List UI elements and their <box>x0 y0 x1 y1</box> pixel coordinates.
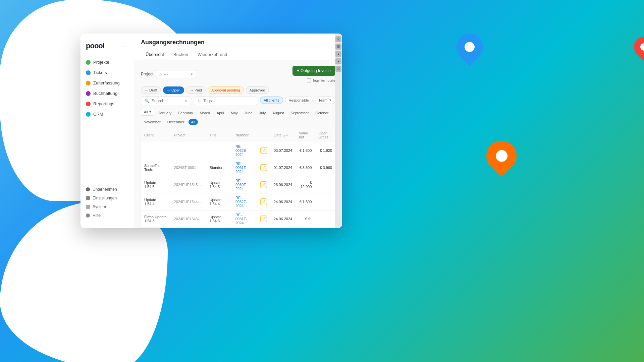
sidebar-label-projekte: Projekte <box>93 60 109 65</box>
sidebar-item-unternehmen[interactable]: Unternehmen <box>80 185 134 194</box>
right-tool-4[interactable]: ■ <box>335 58 341 64</box>
col-project: Project <box>171 128 206 142</box>
col-number: Number <box>232 128 257 142</box>
table-row[interactable]: Firma Update 1.54.3 2024FUP1543-... Upda… <box>141 210 335 228</box>
cell-open-gross <box>315 210 335 228</box>
cell-client <box>141 142 171 159</box>
tabs-bar: Übersicht Buchen Wiederkehrend <box>141 49 335 60</box>
system-icon <box>86 205 90 209</box>
toolbar-row: Project ⚠ --- ▼ + Outgoing Invoice from … <box>141 66 335 82</box>
project-select[interactable]: ⚠ --- ▼ <box>156 70 196 78</box>
search-filter-row: 🔍 ✕ 🏷 All clients Responsible Team ▼ <box>141 97 335 105</box>
sidebar-item-hilfe[interactable]: Hilfe <box>80 211 134 220</box>
einstellungen-icon <box>86 196 90 200</box>
month-btn-may[interactable]: May <box>228 110 240 116</box>
month-btn-sep[interactable]: September <box>288 110 311 116</box>
all-select[interactable]: All ▾ <box>141 108 154 116</box>
team-select[interactable]: Team ▼ <box>315 97 335 104</box>
cell-open-gross: € 3,960 <box>315 159 335 176</box>
month-btn-feb[interactable]: February <box>175 110 196 116</box>
project-select-value: --- <box>164 72 168 76</box>
tab-uebersicht[interactable]: Übersicht <box>141 49 169 60</box>
sidebar-item-reportings[interactable]: Reportings <box>80 99 134 109</box>
app-window: poool ← Projekte Tickets Zeiterfassung B… <box>80 34 342 228</box>
all-select-chevron: ▾ <box>149 110 151 114</box>
table-row[interactable]: RE-0062E-2024 📄 03.07.2024 € 1,600 € 1,9… <box>141 142 335 159</box>
month-btn-jul[interactable]: July <box>257 110 269 116</box>
month-btn-dec[interactable]: December <box>165 119 187 125</box>
from-template-checkbox[interactable] <box>307 78 311 82</box>
status-btn-approved[interactable]: Approved <box>246 86 269 94</box>
month-btn-oct[interactable]: October <box>313 110 331 116</box>
tab-buchen[interactable]: Buchen <box>169 49 193 60</box>
status-btn-draft[interactable]: → Draft <box>141 86 161 94</box>
project-filter-label: Project <box>141 72 153 76</box>
status-indicator: 📄 <box>260 147 267 154</box>
cell-title: Update 1.54.5 <box>206 176 232 193</box>
status-indicator: 📄 <box>260 164 267 171</box>
right-tool-3[interactable]: ▲ <box>335 51 341 57</box>
cell-value-net: € 3,300 <box>296 159 315 176</box>
search-icon: 🔍 <box>145 99 150 103</box>
status-btn-open[interactable]: → Open <box>163 86 184 94</box>
sidebar-item-tickets[interactable]: Tickets <box>80 67 134 78</box>
search-input[interactable] <box>152 99 182 103</box>
sidebar-item-zeiterfassung[interactable]: Zeiterfassung <box>80 78 134 88</box>
status-filters: → Draft → Open → Paid Approval pending A… <box>141 86 335 94</box>
date-sort-icon[interactable]: ▲▼ <box>282 134 288 137</box>
status-indicator: 📄 <box>260 181 267 188</box>
sidebar-label-buch: Buchhaltung <box>93 91 117 96</box>
filter-chip-responsible[interactable]: Responsible <box>285 97 313 104</box>
status-btn-paid[interactable]: → Paid <box>186 86 206 94</box>
right-tool-5[interactable]: ⓘ <box>335 66 341 72</box>
status-btn-approval[interactable]: Approval pending <box>208 86 244 94</box>
cell-project: 2024FUP1543-... <box>171 210 206 228</box>
cell-status: 📄 <box>257 159 270 176</box>
cell-status: 📄 <box>257 176 270 193</box>
month-btn-mar[interactable]: March <box>197 110 213 116</box>
cell-value-net: € 12,000 <box>296 176 315 193</box>
back-button[interactable]: ← <box>121 43 128 49</box>
sidebar-item-crm[interactable]: CRM <box>80 109 134 119</box>
col-value-net: Value net <box>296 128 315 142</box>
crm-icon <box>86 112 91 117</box>
hilfe-label: Hilfe <box>93 213 101 218</box>
sidebar-item-projekte[interactable]: Projekte <box>80 57 134 67</box>
table-row[interactable]: Schaeffler Tech. 2024ST-0001 Standort RE… <box>141 159 335 176</box>
outgoing-invoice-button[interactable]: + Outgoing Invoice <box>292 66 335 76</box>
unternehmen-icon <box>86 187 90 191</box>
sidebar-item-system[interactable]: System <box>80 202 134 211</box>
content-header: Ausgangsrechnungen Übersicht Buchen Wied… <box>134 34 342 60</box>
sidebar-label-zeit: Zeiterfassung <box>93 80 120 85</box>
cell-title: Standort <box>206 159 232 176</box>
table-row[interactable]: Devzone by Poool 2023DEV-0004 0816 RE-00… <box>141 228 335 228</box>
month-btn-aug[interactable]: August <box>270 110 286 116</box>
status-indicator: 📄 <box>260 216 267 222</box>
search-box: 🔍 ✕ <box>141 97 191 105</box>
month-btn-all[interactable]: All <box>189 119 198 125</box>
cell-project: 2024ST-0001 <box>171 159 206 176</box>
month-btn-jun[interactable]: June <box>242 110 255 116</box>
cell-status: 📄 <box>257 193 270 210</box>
cell-project: 2024FUP1545-... <box>171 176 206 193</box>
logo-text: poool <box>86 42 104 50</box>
sidebar-label-report: Reportings <box>93 101 114 106</box>
map-pin-red <box>634 37 644 60</box>
right-tool-2[interactable]: ☰ <box>335 44 341 50</box>
cell-date: 01.07.2024 <box>270 159 296 176</box>
table-row[interactable]: Update 1.54.5 2024FUP1545-... Update 1.5… <box>141 176 335 193</box>
right-tool-1[interactable]: ⓘ <box>335 36 341 42</box>
col-title: Title <box>206 128 232 142</box>
table-row[interactable]: Update 1.54.4 2024FUP1544-... Update 1.5… <box>141 193 335 210</box>
buch-icon <box>86 91 91 96</box>
filter-chip-all-clients[interactable]: All clients <box>260 97 283 104</box>
tags-input[interactable] <box>203 99 254 103</box>
search-clear-icon[interactable]: ✕ <box>184 99 187 103</box>
cell-value-net: € 1,600 <box>296 142 315 159</box>
month-btn-nov[interactable]: November <box>141 119 163 125</box>
sidebar-item-buchhaltung[interactable]: Buchhaltung <box>80 88 134 99</box>
tab-wiederkehrend[interactable]: Wiederkehrend <box>193 49 232 60</box>
month-btn-jan[interactable]: January <box>156 110 174 116</box>
month-btn-apr[interactable]: April <box>214 110 227 116</box>
sidebar-item-einstellungen[interactable]: Einstellungen <box>80 194 134 202</box>
